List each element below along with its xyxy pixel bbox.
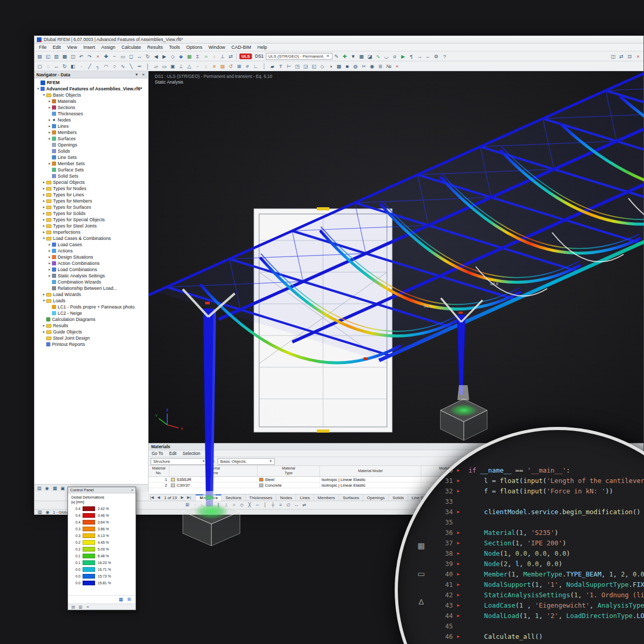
ortho-icon[interactable]: ∟ [252, 62, 260, 70]
breakpoint-marker-icon[interactable]: ▶ [457, 580, 460, 590]
table-tab-members[interactable]: Members [314, 494, 339, 501]
member-tool-icon[interactable]: ╲ [127, 62, 135, 70]
snap-angle-icon[interactable]: ∠ [207, 502, 214, 508]
objects-filter-select[interactable]: Basic Objects ▼ [218, 458, 275, 465]
breakpoint-marker-icon[interactable]: ▶ [457, 507, 460, 517]
tree-item-types-for-lines[interactable]: ▸Types for Lines [34, 192, 148, 198]
tree-collapse-arrow[interactable]: ▾ [42, 93, 46, 97]
tree-item-steel-joint-design[interactable]: Steel Joint Design [34, 335, 148, 341]
menu-tools[interactable]: Tools [166, 45, 183, 50]
menu-cad-bim[interactable]: CAD-BIM [229, 45, 254, 50]
tree-expand-arrow[interactable]: ▸ [42, 186, 46, 191]
tree-item-rfem[interactable]: RFEM [34, 79, 148, 86]
arc-tool-icon[interactable]: ◠ [102, 62, 110, 70]
breakpoint-marker-icon[interactable]: ▶ [457, 559, 460, 569]
solid-tool-icon[interactable]: ▣ [169, 62, 177, 70]
tree-item-types-for-members[interactable]: ▸Types for Members [34, 198, 148, 204]
structure-filter-select[interactable]: Structure ▼ [151, 458, 208, 465]
beam-tool-icon[interactable]: ═ [136, 62, 143, 70]
tree-item-special-objects[interactable]: ▸Special Objects [34, 179, 148, 185]
surface-tool-icon[interactable]: ▱ [152, 62, 160, 70]
tree-expand-arrow[interactable]: ▸ [42, 205, 46, 209]
panel-colors-icon[interactable]: ⊞ [126, 596, 132, 603]
panel-tab1-icon[interactable]: ▤ [71, 605, 76, 610]
move-icon[interactable]: ↔ [52, 62, 60, 70]
snap-empty-icon[interactable]: ∅ [285, 502, 292, 508]
snap-mid-icon[interactable]: ≡ [277, 502, 284, 508]
tree-expand-arrow[interactable]: ▸ [47, 130, 52, 135]
tables-icon[interactable]: ▦ [358, 52, 366, 60]
tree-expand-arrow[interactable]: ▸ [42, 199, 46, 203]
tree-collapse-arrow[interactable]: ▾ [42, 236, 46, 240]
table-tab-materials[interactable]: Materials [196, 494, 222, 501]
table-tab-nodes[interactable]: Nodes [276, 494, 296, 501]
tree-item-advanced-features-of-assemblies-view-rf6[interactable]: ▾Advanced Features of Assemblies_View.rf… [34, 86, 148, 92]
mesh-icon[interactable]: ▦ [185, 52, 193, 60]
breakpoint-marker-icon[interactable]: ▶ [457, 600, 460, 611]
tree-item-lines[interactable]: ▸Lines [34, 123, 148, 129]
tree-item-printout-reports[interactable]: Printout Reports [34, 341, 148, 347]
line-load-icon[interactable]: ≡ [210, 62, 218, 70]
support-hinged-icon[interactable]: △ [185, 62, 193, 70]
redo-icon[interactable]: ↷ [86, 52, 93, 60]
tree-item-results[interactable]: ▸Results [34, 323, 148, 329]
tree-item-lc2-neige[interactable]: LC2 - Neige [34, 310, 148, 316]
materials-menu-edit[interactable]: Edit [169, 451, 177, 456]
tree-expand-arrow[interactable]: ▸ [42, 330, 46, 334]
tree-item-thicknesses[interactable]: Thicknesses [34, 111, 148, 117]
tree-item-design-situations[interactable]: ▸Design Situations [34, 254, 148, 260]
calculate-icon[interactable]: Σ [194, 52, 202, 60]
loads-icon[interactable]: ↓ [210, 52, 218, 60]
undo-icon[interactable]: ↶ [77, 52, 85, 60]
load-wizard-icon[interactable]: ✚ [341, 52, 349, 60]
transparency-icon[interactable]: ◍ [352, 62, 359, 70]
view-yz-icon[interactable]: ◱ [310, 62, 318, 70]
select-icon[interactable]: ▢ [36, 62, 44, 70]
tree-item-nodes[interactable]: ▸Nodes [34, 117, 148, 123]
tree-item-action-combinations[interactable]: ▸Action Combinations [34, 260, 148, 266]
tree-collapse-arrow[interactable]: ▾ [42, 299, 46, 303]
menu-insert[interactable]: Insert [80, 45, 98, 50]
tree-item-solid-sets[interactable]: Solid Sets [34, 173, 148, 179]
snap-hline-icon[interactable]: ─ [254, 502, 261, 508]
select-window-icon[interactable]: ◌ [44, 62, 52, 70]
tree-item-surfaces[interactable]: ▸Surfaces [34, 136, 148, 142]
snap-cross-icon[interactable]: ╳ [246, 502, 253, 508]
numbering-icon[interactable]: № [385, 62, 393, 70]
view-panel-icon[interactable]: ◉ [44, 509, 51, 516]
tree-item-load-cases-combinations[interactable]: ▾Load Cases & Combinations [34, 235, 148, 242]
measure-icon[interactable]: ⊢ [285, 62, 293, 70]
zoom-window-icon[interactable]: ▭ [119, 52, 127, 60]
open-model-icon[interactable]: ◱ [44, 52, 52, 60]
line-tool-icon[interactable]: ╱ [86, 62, 93, 70]
pin-icon[interactable]: ▾ [134, 72, 139, 77]
tree-item-actions[interactable]: ▸Actions [34, 248, 148, 254]
new-model-icon[interactable]: ▤ [36, 52, 44, 60]
previous-view-icon[interactable]: ◀ [152, 52, 160, 60]
breakpoint-marker-icon[interactable]: ▶ [457, 569, 460, 580]
tree-item-lc1-poids-propre-panneaux-photo[interactable]: LC1 - Poids propre + Panneaux photo. [34, 304, 148, 310]
search-icon[interactable]: ⊙ [209, 458, 216, 465]
zoom-out-icon[interactable]: − [111, 52, 118, 60]
tree-item-openings[interactable]: Openings [34, 142, 148, 148]
tree-item-basic-objects[interactable]: ▾Basic Objects [34, 92, 148, 98]
navigator-header[interactable]: Navigator - Data ▾ × [34, 71, 148, 78]
tree-item-types-for-special-objects[interactable]: ▸Types for Special Objects [34, 217, 148, 223]
tree-expand-arrow[interactable]: ▸ [42, 324, 46, 328]
tree-item-combination-wizards[interactable]: Combination Wizards [34, 279, 148, 285]
tree-item-guide-objects[interactable]: ▸Guide Objects [34, 329, 148, 335]
polyline-tool-icon[interactable]: ┐ [94, 62, 102, 70]
spline-tool-icon[interactable]: ∿ [119, 62, 127, 70]
table-tab-openings[interactable]: Openings [363, 494, 388, 501]
tree-expand-arrow[interactable]: ▸ [47, 249, 52, 253]
hinge-icon[interactable]: ◦ [194, 62, 202, 70]
workplane-icon[interactable]: ▰ [269, 62, 276, 70]
tree-expand-arrow[interactable]: ▸ [42, 224, 46, 228]
materials-menu-selection[interactable]: Selection [183, 451, 200, 456]
tree-expand-arrow[interactable]: ▸ [42, 230, 46, 234]
next-view-icon[interactable]: ▶ [160, 52, 168, 60]
tree-expand-arrow[interactable]: ▸ [47, 137, 52, 141]
breakpoint-marker-icon[interactable]: ▶ [457, 538, 460, 548]
view-xz-icon[interactable]: ◲ [302, 62, 310, 70]
snap-extension-icon[interactable]: ↔ [293, 502, 300, 508]
